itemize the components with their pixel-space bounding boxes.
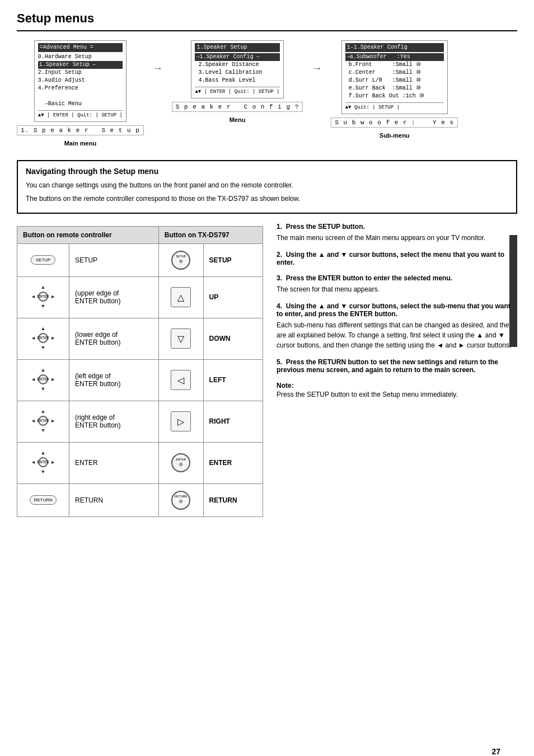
intro-text1: You can change settings using the button…: [26, 180, 508, 190]
main-menu-line5: [38, 92, 123, 100]
menu-line2: 2.Speaker Distance: [195, 61, 279, 69]
instruction-4: 4. Using the ▲ and ▼ cursor buttons, sel…: [277, 302, 517, 350]
menu-line4: 4.Bass Peak Level: [195, 77, 279, 84]
submenu-line4: d.Surr L/R :Small ⑩: [345, 77, 444, 84]
page-title: Setup menus: [17, 11, 517, 31]
remote-label-up: (upper edge ofENTER button): [69, 276, 159, 318]
tx-icon-enter: ENTER⊙: [158, 442, 203, 483]
tx-label-right: RIGHT: [203, 401, 263, 442]
instruction-2: 2. Using the ▲ and ▼ cursor buttons, sel…: [277, 251, 517, 266]
menu-label: Menu: [229, 116, 246, 123]
main-menu-footer: ▲▼ | ENTER | Quit: | SETUP |: [38, 110, 123, 119]
main-menu-lcd: 1. S p e a k e r S e t u p: [17, 125, 144, 135]
menu-container: 1.Speaker Setup →1.Speaker Config ← 2.Sp…: [172, 40, 303, 123]
step4-body: Each sub-menu has different settings tha…: [277, 320, 517, 350]
tx-label-setup: SETUP: [203, 243, 263, 276]
main-content: Button on remote controller Button on TX…: [17, 223, 517, 517]
instruction-1: 1. Press the SETUP button. The main menu…: [277, 223, 517, 243]
table-row: ▲ ▼ ◄ ► ENTER (left edge ofENTER button)…: [17, 359, 263, 401]
tx-label-down: DOWN: [203, 318, 263, 359]
menu-footer: ▲▼ | ENTER | Quit: | SETUP |: [195, 87, 279, 96]
submenu-container: 1-1.Speaker Config →a.Subwoofer :Yes b.F…: [331, 40, 458, 139]
submenu-header: 1-1.Speaker Config: [345, 43, 444, 52]
main-menu-label: Main menu: [64, 140, 96, 147]
left-column: Button on remote controller Button on TX…: [17, 223, 263, 517]
submenu-line2: b.Front :Small ⑩: [345, 61, 444, 69]
menu-line1: →1.Speaker Config ←: [195, 53, 279, 61]
remote-label-enter: ENTER: [69, 442, 159, 483]
tx-icon-setup: SETUP⊙: [158, 243, 203, 276]
step3-body: The screen for that menu appears.: [277, 284, 517, 294]
intro-text2: The buttons on the remote controller cor…: [26, 194, 508, 204]
main-menu-line2: 2.Input Setup: [38, 69, 123, 77]
tx-label-enter: ENTER: [203, 442, 263, 483]
step1-body: The main menu screen of the Main menu ap…: [277, 233, 517, 243]
arrow2: →: [312, 63, 322, 74]
tx-icon-down: ▽: [158, 318, 203, 359]
menu-screens-section: =Advanced Menu = 0.Hardware Setup 1.Spea…: [17, 40, 517, 147]
remote-label-down: (lower edge ofENTER button): [69, 318, 159, 359]
submenu-label: Sub-menu: [380, 132, 410, 139]
remote-icon-return: RETURN: [17, 483, 69, 516]
table-row: ▲ ▼ ◄ ► ENTER (upper edge ofENTER button…: [17, 276, 263, 318]
side-tab: [509, 235, 517, 347]
menu-line3: 3.Level Calibration: [195, 69, 279, 77]
remote-label-left: (left edge ofENTER button): [69, 359, 159, 401]
step3-head: 3. Press the ENTER button to enter the s…: [277, 274, 517, 282]
button-table: Button on remote controller Button on TX…: [17, 226, 263, 517]
table-row: ▲ ▼ ◄ ► ENTER ENTER ENTER⊙ ENTER: [17, 442, 263, 483]
section-heading: Navigating through the Setup menu: [26, 167, 508, 176]
note-head: Note:: [277, 382, 517, 389]
remote-label-right: (right edge ofENTER button): [69, 401, 159, 442]
submenu-line5: e.Surr Back :Small ⑩: [345, 84, 444, 92]
remote-icon-down: ▲ ▼ ◄ ► ENTER: [17, 318, 69, 359]
main-menu-line6: →Basic Menu: [38, 100, 123, 108]
tx-icon-up: △: [158, 276, 203, 318]
tx-label-left: LEFT: [203, 359, 263, 401]
table-row: ▲ ▼ ◄ ► ENTER (right edge ofENTER button…: [17, 401, 263, 442]
submenu-line6: f.Surr Back Out :1ch ⑩: [345, 92, 444, 100]
main-menu-line4: 4.Preference: [38, 84, 123, 92]
table-row: RETURN RETURN RETURN⊙ RETURN: [17, 483, 263, 516]
menu-box: 1.Speaker Setup →1.Speaker Config ← 2.Sp…: [191, 40, 283, 98]
main-menu-box: =Advanced Menu = 0.Hardware Setup 1.Spea…: [34, 40, 127, 122]
note-body: Press the SETUP button to exit the Setup…: [277, 389, 517, 400]
instruction-5: 5. Press the RETURN button to set the ne…: [277, 358, 517, 374]
submenu-line1: →a.Subwoofer :Yes: [345, 53, 444, 61]
tx-label-up: UP: [203, 276, 263, 318]
main-menu-line0: 0.Hardware Setup: [38, 53, 123, 61]
tx-icon-left: ◁: [158, 359, 203, 401]
submenu-line3: c.Center :Small ⑩: [345, 69, 444, 77]
tx-icon-return: RETURN⊙: [158, 483, 203, 516]
remote-icon-left: ▲ ▼ ◄ ► ENTER: [17, 359, 69, 401]
instruction-3: 3. Press the ENTER button to enter the s…: [277, 274, 517, 294]
table-row: ▲ ▼ ◄ ► ENTER (lower edge ofENTER button…: [17, 318, 263, 359]
step4-head: 4. Using the ▲ and ▼ cursor buttons, sel…: [277, 302, 517, 318]
submenu-lcd: S u b w o o f e r : Y e s: [331, 118, 458, 128]
section-box: Navigating through the Setup menu You ca…: [17, 160, 517, 214]
remote-icon-up: ▲ ▼ ◄ ► ENTER: [17, 276, 69, 318]
step5-head: 5. Press the RETURN button to set the ne…: [277, 358, 517, 374]
main-menu-line1: 1.Speaker Setup ←: [38, 61, 123, 69]
tx-icon-right: ▷: [158, 401, 203, 442]
table-col2: Button on TX-DS797: [158, 226, 263, 243]
note-section: Note: Press the SETUP button to exit the…: [277, 382, 517, 400]
step2-head: 2. Using the ▲ and ▼ cursor buttons, sel…: [277, 251, 517, 266]
right-column: 1. Press the SETUP button. The main menu…: [277, 223, 517, 517]
table-row: SETUP SETUP SETUP⊙ SETUP: [17, 243, 263, 276]
arrow1: →: [153, 63, 163, 74]
menu-lcd: S p e a k e r C o n f i g ?: [172, 102, 303, 112]
step1-head: 1. Press the SETUP button.: [277, 223, 517, 231]
menu-header: 1.Speaker Setup: [195, 43, 279, 52]
tx-label-return: RETURN: [203, 483, 263, 516]
remote-icon-setup: SETUP: [17, 243, 69, 276]
submenu-footer: ▲▼ Quit: | SETUP |: [345, 102, 444, 111]
table-col1: Button on remote controller: [17, 226, 159, 243]
page-number: 27: [491, 747, 500, 756]
main-menu-header: =Advanced Menu =: [38, 43, 123, 52]
remote-label-setup: SETUP: [69, 243, 159, 276]
remote-icon-enter: ▲ ▼ ◄ ► ENTER: [17, 442, 69, 483]
submenu-box: 1-1.Speaker Config →a.Subwoofer :Yes b.F…: [341, 40, 448, 114]
main-menu-container: =Advanced Menu = 0.Hardware Setup 1.Spea…: [17, 40, 144, 147]
remote-icon-right: ▲ ▼ ◄ ► ENTER: [17, 401, 69, 442]
